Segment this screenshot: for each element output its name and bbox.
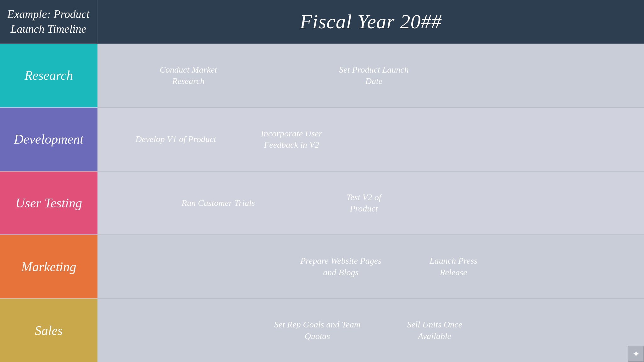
arrow-develop-v1: Develop V1 of Product — [129, 122, 223, 156]
arrow-text-conduct-market-research: Conduct Market Research — [147, 64, 230, 87]
header-title: Example: Product Launch Timeline — [6, 7, 91, 36]
arrow-text-set-product-launch-date: Set Product Launch Date — [336, 64, 412, 87]
arrow-shape-set-product-launch-date: Set Product Launch Date — [330, 58, 418, 93]
header-row: Example: Product Launch Timeline Fiscal … — [0, 0, 644, 44]
row-label-sales: Sales — [0, 299, 97, 362]
fiscal-year-title: Fiscal Year 20## — [300, 10, 442, 33]
arrow-body-sell-units-once-available: Sell Units Once Available — [387, 313, 481, 348]
arrow-shape-launch-press-release: Launch Press Release — [409, 250, 497, 284]
header-right: Fiscal Year 20## — [97, 0, 644, 43]
row-label-text-sales: Sales — [35, 323, 63, 338]
arrow-test-v2-product: Test V2 of Product — [324, 186, 402, 220]
arrow-body-test-v2-product: Test V2 of Product — [324, 186, 402, 220]
arrow-body-launch-press-release: Launch Press Release — [409, 250, 497, 284]
arrow-text-run-customer-trials: Run Customer Trials — [181, 197, 255, 209]
timeline-row-development: DevelopmentDevelop V1 of ProductIncorpor… — [0, 108, 644, 172]
arrow-shape-set-goals-team-quotas: Set Rep Goals and Team Quotas — [267, 313, 368, 348]
arrow-run-customer-trials: Run Customer Trials — [167, 186, 270, 220]
arrow-text-develop-v1: Develop V1 of Product — [136, 134, 216, 145]
arrow-sell-units-once-available: Sell Units Once Available — [387, 313, 481, 348]
row-label-text-usertesting: User Testing — [15, 195, 82, 211]
arrow-body-conduct-market-research: Conduct Market Research — [142, 58, 236, 93]
arrow-text-test-v2-product: Test V2 of Product — [331, 192, 396, 215]
row-label-research: Research — [0, 44, 97, 107]
arrow-body-set-goals-team-quotas: Set Rep Goals and Team Quotas — [267, 313, 368, 348]
arrow-text-sell-units-once-available: Sell Units Once Available — [394, 319, 475, 342]
arrow-text-prepare-website: Prepare Website Pages and Blogs — [298, 255, 384, 278]
content-area: ResearchConduct Market ResearchSet Produ… — [0, 44, 644, 362]
arrow-shape-sell-units-once-available: Sell Units Once Available — [387, 313, 481, 348]
arrow-body-incorporate-user-feedback: Incorporate User Feedback in V2 — [242, 122, 340, 156]
arrow-conduct-market-research: Conduct Market Research — [142, 58, 236, 93]
row-label-text-marketing: Marketing — [21, 259, 76, 274]
row-timeline-sales: Set Rep Goals and Team QuotasSell Units … — [97, 299, 644, 362]
arrow-prepare-website: Prepare Website Pages and Blogs — [292, 250, 390, 284]
row-timeline-usertesting: Run Customer TrialsTest V2 of Product — [97, 172, 644, 235]
arrow-text-set-goals-team-quotas: Set Rep Goals and Team Quotas — [273, 319, 362, 342]
arrow-body-set-product-launch-date: Set Product Launch Date — [330, 58, 418, 93]
row-timeline-research: Conduct Market ResearchSet Product Launc… — [97, 44, 644, 107]
row-label-text-research: Research — [25, 68, 73, 83]
arrow-launch-press-release: Launch Press Release — [409, 250, 497, 284]
arrow-shape-conduct-market-research: Conduct Market Research — [142, 58, 236, 93]
timeline-row-research: ResearchConduct Market ResearchSet Produ… — [0, 44, 644, 108]
arrow-body-prepare-website: Prepare Website Pages and Blogs — [292, 250, 390, 284]
timeline-row-marketing: MarketingPrepare Website Pages and Blogs… — [0, 235, 644, 299]
corner-button-icon: ✦ — [632, 349, 640, 359]
arrow-set-goals-team-quotas: Set Rep Goals and Team Quotas — [267, 313, 368, 348]
arrow-body-run-customer-trials: Run Customer Trials — [167, 186, 270, 220]
arrow-shape-test-v2-product: Test V2 of Product — [324, 186, 402, 220]
row-label-development: Development — [0, 108, 97, 171]
arrow-body-develop-v1: Develop V1 of Product — [129, 122, 223, 156]
row-label-text-development: Development — [14, 132, 84, 147]
timeline-row-usertesting: User TestingRun Customer TrialsTest V2 o… — [0, 172, 644, 235]
row-timeline-development: Develop V1 of ProductIncorporate User Fe… — [97, 108, 644, 171]
arrow-text-launch-press-release: Launch Press Release — [416, 255, 491, 278]
arrow-text-incorporate-user-feedback: Incorporate User Feedback in V2 — [250, 128, 333, 151]
arrow-incorporate-user-feedback: Incorporate User Feedback in V2 — [242, 122, 340, 156]
row-timeline-marketing: Prepare Website Pages and BlogsLaunch Pr… — [97, 235, 644, 298]
corner-button[interactable]: ✦ — [628, 346, 644, 362]
timeline-row-sales: SalesSet Rep Goals and Team QuotasSell U… — [0, 299, 644, 362]
arrow-shape-prepare-website: Prepare Website Pages and Blogs — [292, 250, 390, 284]
page-wrapper: Example: Product Launch Timeline Fiscal … — [0, 0, 644, 362]
header-left: Example: Product Launch Timeline — [0, 0, 97, 43]
arrow-set-product-launch-date: Set Product Launch Date — [330, 58, 418, 93]
arrow-shape-incorporate-user-feedback: Incorporate User Feedback in V2 — [242, 122, 340, 156]
row-label-marketing: Marketing — [0, 235, 97, 298]
arrow-shape-develop-v1: Develop V1 of Product — [129, 122, 223, 156]
row-label-usertesting: User Testing — [0, 172, 97, 235]
arrow-shape-run-customer-trials: Run Customer Trials — [167, 186, 270, 220]
